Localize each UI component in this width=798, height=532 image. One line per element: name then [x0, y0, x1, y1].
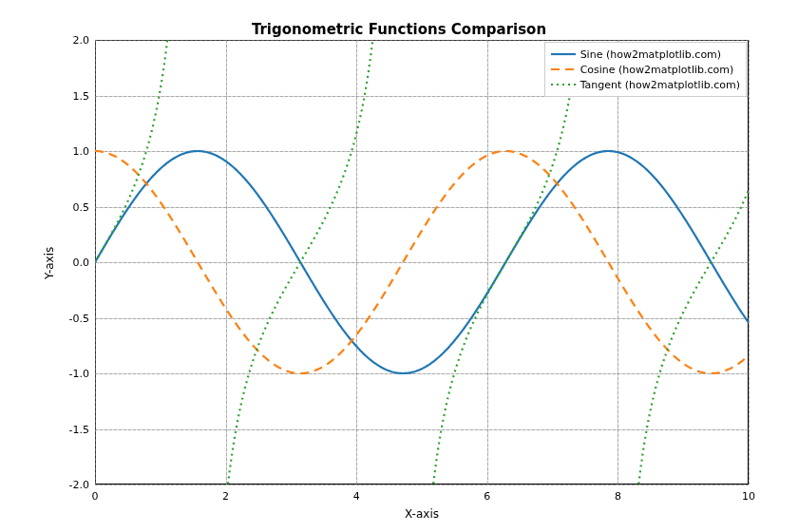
- gridline-vertical: [749, 40, 750, 484]
- legend-swatch: [551, 48, 576, 60]
- y-tick-label: 2.0: [57, 34, 89, 47]
- y-tick-label: 1.5: [57, 89, 89, 102]
- y-tick-label: -2.0: [57, 479, 89, 491]
- legend-label: Cosine (how2matplotlib.com): [580, 64, 734, 76]
- y-tick-label: -1.0: [57, 368, 89, 380]
- legend-entry: Cosine (how2matplotlib.com): [551, 62, 740, 77]
- x-tick-label: 4: [353, 490, 360, 503]
- figure: Trigonometric Functions Comparison X-axi…: [0, 0, 798, 532]
- y-tick-label: -1.5: [57, 423, 89, 435]
- y-tick-label: 1.0: [57, 145, 89, 158]
- legend-swatch: [551, 79, 576, 90]
- y-axis-label: Y-axis: [43, 247, 56, 279]
- gridline-horizontal: [95, 484, 749, 485]
- x-axis-label: X-axis: [95, 507, 749, 521]
- x-tick-label: 0: [92, 490, 99, 503]
- chart-title: Trigonometric Functions Comparison: [0, 21, 798, 38]
- legend: Sine (how2matplotlib.com)Cosine (how2mat…: [544, 42, 747, 97]
- x-tick-label: 6: [484, 490, 490, 503]
- x-tick-label: 10: [742, 490, 755, 503]
- legend-entry: Sine (how2matplotlib.com): [551, 47, 740, 62]
- y-tick-label: 0.0: [57, 256, 89, 269]
- y-tick-label: -0.5: [57, 312, 89, 324]
- legend-label: Tangent (how2matplotlib.com): [580, 79, 740, 91]
- legend-label: Sine (how2matplotlib.com): [580, 48, 722, 61]
- y-tick-label: 0.5: [57, 200, 89, 213]
- x-tick-label: 8: [615, 490, 621, 503]
- legend-swatch: [551, 64, 576, 75]
- x-tick-label: 2: [222, 490, 229, 503]
- series-sine: [95, 151, 749, 373]
- series-cosine: [95, 151, 749, 373]
- legend-entry: Tangent (how2matplotlib.com): [551, 77, 740, 92]
- plot-svg: [95, 40, 749, 484]
